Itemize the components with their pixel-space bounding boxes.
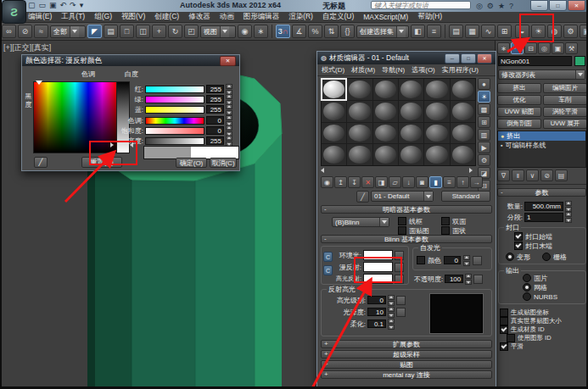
value-value[interactable]: 255 (206, 136, 224, 145)
sample-slot[interactable] (373, 144, 398, 165)
open-file-icon[interactable]: ▭ (39, 1, 47, 9)
twosided-checkbox[interactable] (441, 217, 450, 225)
color-selector-titlebar[interactable]: 颜色选择器: 漫反射颜色 ✕ (22, 55, 239, 66)
modifier-list-dropdown[interactable]: 修改器列表 (498, 69, 585, 80)
segments-spinner[interactable] (565, 212, 572, 223)
ambient-color-swatch[interactable] (363, 250, 393, 260)
angle-snap-icon[interactable]: ∡ (292, 25, 306, 38)
sample-slot[interactable] (424, 101, 449, 122)
align-icon[interactable]: ≡ (427, 25, 441, 38)
menu-rendering[interactable]: 渲染(R) (288, 12, 313, 22)
sample-slot[interactable] (347, 123, 372, 144)
eyedropper-button[interactable]: ╱ (34, 157, 48, 168)
diffuse-map-button[interactable] (395, 263, 404, 272)
video-color-check-icon[interactable]: ▥ (478, 129, 490, 141)
specular-color-swatch[interactable] (363, 274, 393, 284)
cap-end-checkbox[interactable] (514, 242, 523, 250)
menu-create[interactable]: 创建(C) (154, 12, 179, 22)
show-end-result-stack-icon[interactable]: ‖ (512, 169, 524, 181)
save-file-icon[interactable]: ▣ (49, 1, 57, 9)
me-menu-modes[interactable]: 模式(D) (322, 65, 344, 75)
select-by-name-icon[interactable]: ▤ (104, 25, 118, 38)
hue-saturation-field[interactable] (33, 81, 117, 153)
sample-type-icon[interactable]: ● (478, 78, 490, 90)
opacity-spinner[interactable] (465, 274, 472, 285)
gen-matid-checkbox[interactable] (500, 325, 508, 334)
show-end-result-icon[interactable]: ≡ (443, 176, 456, 188)
new-file-icon[interactable]: ▢ (28, 1, 36, 9)
graphite-ribbon-icon[interactable]: ▦ (465, 25, 479, 38)
cap-start-checkbox[interactable] (514, 232, 523, 241)
modifier-button-bevel-profile[interactable]: 倒角剖面 (497, 119, 541, 129)
sample-slot[interactable] (424, 144, 449, 165)
patch-radio[interactable] (523, 274, 531, 282)
menu-help[interactable]: 帮助(H) (417, 12, 442, 22)
hue-slider[interactable] (145, 117, 204, 125)
light-lister-icon[interactable]: ☀ (531, 25, 546, 38)
selection-filter-dropdown[interactable]: 全部 (50, 25, 86, 38)
cancel-button[interactable]: 取消(C) (210, 158, 237, 168)
remove-modifier-icon[interactable]: ⊘ (540, 169, 553, 181)
modifier-bulb-icon[interactable]: ● (501, 133, 504, 139)
selfillum-map-button[interactable] (473, 256, 482, 265)
parameters-rollout[interactable]: -参数 (497, 188, 586, 197)
help-icon[interactable]: ? (509, 2, 513, 10)
gen-mapping-checkbox[interactable] (500, 308, 508, 317)
menu-tools[interactable]: 工具(T) (61, 12, 85, 22)
environment-icon[interactable]: ◒ (515, 25, 529, 38)
put-to-scene-icon[interactable]: ↥ (334, 176, 347, 188)
tab-hierarchy-icon[interactable]: ⊟ (524, 42, 537, 54)
sample-slot[interactable] (399, 123, 423, 144)
use-shapeid-checkbox[interactable] (507, 334, 515, 342)
go-to-sibling-icon[interactable]: → (470, 176, 483, 188)
sample-slot-selected[interactable] (322, 79, 346, 100)
make-unique-icon[interactable]: ▱ (389, 176, 401, 188)
selection-region-icon[interactable]: □ (120, 25, 134, 38)
sample-slot[interactable] (399, 79, 423, 100)
smooth-checkbox[interactable] (500, 342, 508, 351)
blue-value[interactable]: 255 (206, 105, 224, 114)
stack-item-editable-spline[interactable]: ▪ 可编辑样条线 (498, 141, 585, 150)
sample-slot[interactable] (451, 101, 475, 122)
minimize-button[interactable]: ─ (530, 0, 548, 11)
glossiness-value[interactable]: 10 (367, 308, 386, 316)
material-type-button[interactable]: Standard (441, 191, 490, 202)
sample-slot[interactable] (322, 144, 346, 165)
nurbs-radio[interactable] (523, 292, 531, 301)
opacity-map-button[interactable] (473, 275, 483, 284)
stack-item-extrude[interactable]: ● 挤出 (498, 131, 585, 141)
make-unique-stack-icon[interactable]: ∨ (526, 169, 539, 181)
search-input[interactable] (371, 1, 471, 9)
sample-slot[interactable] (424, 123, 449, 144)
modifier-button-lathe[interactable]: 车削 (543, 95, 587, 105)
menu-maxscript[interactable]: MAXScript(M) (363, 13, 408, 21)
mental-ray-rollout[interactable]: +mental ray 连接 (321, 370, 492, 379)
binoculars-icon[interactable]: ◎ (476, 2, 483, 10)
grid-radio[interactable] (542, 253, 551, 261)
sample-slot[interactable] (451, 123, 475, 144)
menu-animation[interactable]: 动画 (220, 12, 234, 22)
put-to-library-icon[interactable]: ↓ (402, 176, 415, 188)
render-setup-icon[interactable]: ⚙ (563, 25, 578, 38)
select-move-icon[interactable]: + (152, 25, 166, 38)
quick-access-caret-icon[interactable]: ▾ (80, 1, 84, 9)
assign-material-icon[interactable]: ↧ (348, 176, 361, 188)
use-pivot-center-icon[interactable]: ◉ (238, 25, 252, 38)
sample-slot[interactable] (322, 101, 346, 122)
value-slider[interactable] (145, 137, 204, 145)
close-button[interactable]: ✕ (568, 0, 585, 11)
mesh-radio[interactable] (523, 283, 531, 292)
layer-manager-icon[interactable]: ▤ (449, 25, 463, 38)
color-selector-close-icon[interactable]: ✕ (220, 56, 236, 66)
selfillum-spinner[interactable] (463, 255, 470, 266)
me-menu-options[interactable]: 选项(O) (412, 65, 435, 75)
wire-checkbox[interactable] (398, 217, 406, 225)
specular-level-map-button[interactable] (396, 296, 406, 305)
green-slider[interactable] (145, 96, 204, 103)
ambient-map-button[interactable] (395, 251, 404, 260)
shader-type-dropdown[interactable]: (B)Blinn (332, 217, 389, 227)
redo-icon[interactable]: ↷ (70, 1, 76, 9)
modifier-button-unwrap-uvw[interactable]: UVW 展开 (543, 119, 587, 129)
maps-rollout[interactable]: +贴图 (321, 360, 492, 369)
app-logo[interactable]: Ƨ (2, 0, 26, 24)
